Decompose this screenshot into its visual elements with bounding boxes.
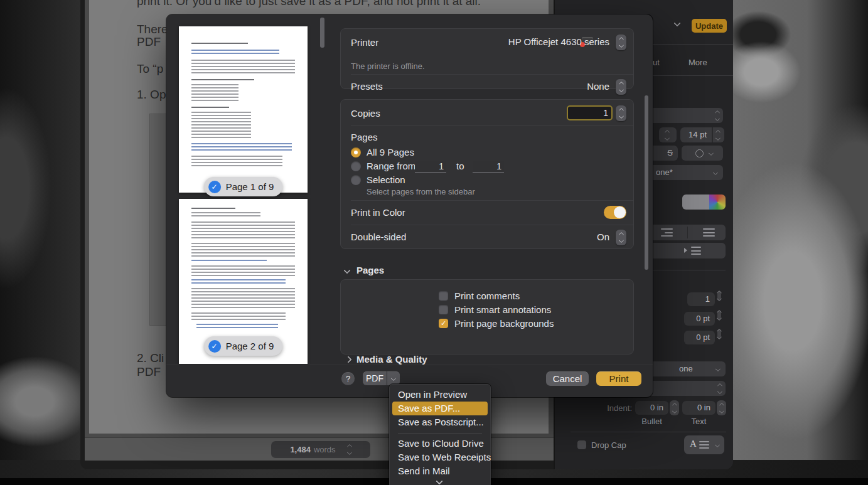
settings-scrollbar[interactable] — [645, 95, 648, 270]
dropdown-stepper-icon — [718, 384, 722, 393]
printer-dropdown-stepper[interactable] — [616, 35, 626, 50]
page-badge-label: Page 1 of 9 — [226, 181, 274, 192]
presets-label: Presets — [351, 81, 383, 92]
drop-cap-checkbox[interactable] — [577, 440, 586, 449]
menu-item-send-in-mail[interactable]: Send in Mail — [392, 464, 488, 478]
indent-bullet-field[interactable]: 0 in — [635, 401, 668, 415]
list-style-dropdown[interactable] — [643, 381, 726, 396]
indent-arrow-icon — [684, 248, 687, 253]
background-photo-left — [0, 0, 83, 485]
document-text-line: PDF — [137, 365, 161, 379]
space-after-stepper[interactable] — [717, 329, 721, 339]
selection-hint: Select pages from the sidebar — [367, 187, 475, 196]
chevron-down-icon — [714, 171, 717, 174]
copies-input[interactable]: 1 — [567, 105, 613, 120]
all-pages-radio[interactable] — [351, 147, 361, 157]
menu-item-save-to-icloud-drive[interactable]: Save to iCloud Drive — [392, 437, 488, 450]
printer-value: HP Officejet 4630 series — [508, 36, 609, 47]
indent-text-field[interactable]: 0 in — [682, 401, 715, 415]
drop-cap-lines-icon — [699, 441, 709, 449]
style-dropdown-chevron-icon[interactable] — [675, 21, 680, 26]
indent-text-value: 0 in — [697, 401, 710, 415]
thumbnail-scrollbar[interactable] — [320, 18, 324, 48]
all-pages-label: All 9 Pages — [367, 147, 414, 157]
word-count-pill[interactable]: 1,484 words — [271, 441, 370, 458]
word-count-number: 1,484 — [290, 445, 311, 454]
justify-icon[interactable] — [703, 228, 715, 237]
segment-divider — [687, 227, 688, 238]
page-thumbnail-1[interactable]: ✓ Page 1 of 9 — [179, 26, 308, 193]
line-spacing-value: 1 — [705, 292, 710, 306]
word-count-unit: words — [314, 445, 336, 454]
font-size-value: 14 pt — [689, 130, 707, 139]
indent-bullet-value: 0 in — [650, 401, 663, 415]
tab-layout-fragment[interactable]: ut — [653, 58, 660, 67]
range-radio[interactable] — [351, 161, 361, 171]
page-thumbnail-2[interactable]: ✓ Page 2 of 9 — [179, 199, 308, 364]
align-right-icon[interactable] — [661, 228, 673, 237]
background-photo-right — [733, 0, 868, 485]
pdf-button[interactable]: PDF — [363, 371, 387, 385]
page-indicator-badge: ✓ Page 1 of 9 — [204, 177, 283, 196]
pages-options-group: Print comments Print smart annotations ✓… — [340, 279, 634, 354]
text-alignment-segmented-control[interactable] — [643, 225, 726, 240]
double-sided-stepper[interactable] — [616, 230, 626, 245]
media-quality-section-title[interactable]: Media & Quality — [356, 354, 427, 365]
pdf-menu-chevron-button[interactable] — [387, 371, 400, 385]
word-count-stepper-icon — [348, 445, 351, 454]
range-from-input[interactable]: 1 — [415, 161, 446, 173]
pages-disclosure-chevron-icon[interactable] — [345, 268, 350, 273]
font-family-dropdown[interactable] — [643, 108, 723, 123]
font-size-field[interactable]: 14 pt — [680, 127, 712, 142]
copies-stepper[interactable] — [616, 105, 626, 121]
print-page-backgrounds-checkbox[interactable]: ✓ — [439, 319, 448, 328]
media-quality-disclosure-chevron-icon[interactable] — [346, 357, 351, 362]
stepper-icon — [716, 131, 720, 140]
document-text-line: 2. Cli — [137, 351, 164, 365]
indent-text-stepper[interactable] — [717, 400, 726, 415]
font-size-stepper[interactable] — [712, 127, 724, 142]
menu-scroll-down-chevron-icon[interactable] — [437, 479, 442, 484]
range-to-input[interactable]: 1 — [473, 161, 504, 173]
indent-bullet-stepper[interactable] — [670, 400, 679, 415]
menu-item-open-in-preview[interactable]: Open in Preview — [392, 388, 488, 402]
selection-radio[interactable] — [351, 175, 361, 185]
selection-label: Selection — [367, 174, 405, 185]
pdf-dropdown-menu: Open in Preview Save as PDF... Save as P… — [389, 384, 491, 485]
space-after-field[interactable]: 0 pt — [684, 331, 715, 344]
text-color-well[interactable] — [682, 195, 709, 210]
menu-item-save-as-pdf[interactable]: Save as PDF... — [392, 402, 488, 415]
space-before-field[interactable]: 0 pt — [684, 312, 715, 326]
bullets-lists-dropdown[interactable]: one — [643, 361, 726, 376]
font-face-stepper[interactable] — [659, 127, 677, 142]
document-text-line: There — [137, 23, 168, 36]
drop-cap-style-dropdown[interactable]: A — [684, 435, 724, 454]
print-button[interactable]: Print — [596, 371, 641, 386]
print-comments-checkbox[interactable] — [439, 291, 448, 301]
help-button[interactable]: ? — [341, 372, 355, 385]
advanced-text-options-button[interactable] — [682, 146, 723, 161]
indent-level-button[interactable] — [643, 243, 726, 258]
print-in-color-toggle[interactable] — [604, 206, 626, 219]
double-sided-value: On — [597, 232, 609, 242]
update-style-button[interactable]: Update — [692, 19, 727, 33]
copies-pages-group: Copies 1 Pages All 9 Pages Range from 1 … — [340, 99, 634, 249]
check-icon: ✓ — [208, 181, 221, 193]
to-label: to — [456, 161, 464, 171]
presets-dropdown-stepper[interactable] — [616, 79, 626, 95]
print-smart-annotations-label: Print smart annotations — [454, 304, 551, 315]
menu-item-save-to-web-receipts[interactable]: Save to Web Receipts — [392, 450, 488, 464]
double-sided-label: Double-sided — [351, 232, 406, 242]
menu-item-save-as-postscript[interactable]: Save as Postscript... — [392, 415, 488, 429]
color-picker-swatch[interactable] — [709, 195, 726, 210]
tab-more[interactable]: More — [689, 58, 707, 67]
cancel-button[interactable]: Cancel — [546, 371, 589, 386]
line-spacing-field[interactable]: 1 — [687, 292, 715, 306]
print-smart-annotations-checkbox[interactable] — [439, 305, 448, 314]
pages-section-title[interactable]: Pages — [356, 265, 384, 275]
gear-icon — [695, 149, 704, 157]
space-before-stepper[interactable] — [717, 311, 721, 320]
line-spacing-stepper[interactable] — [717, 291, 721, 301]
printer-presets-group: Printer HP Officejet 4630 series The pri… — [340, 28, 634, 89]
character-style-dropdown[interactable]: one* — [643, 165, 723, 180]
